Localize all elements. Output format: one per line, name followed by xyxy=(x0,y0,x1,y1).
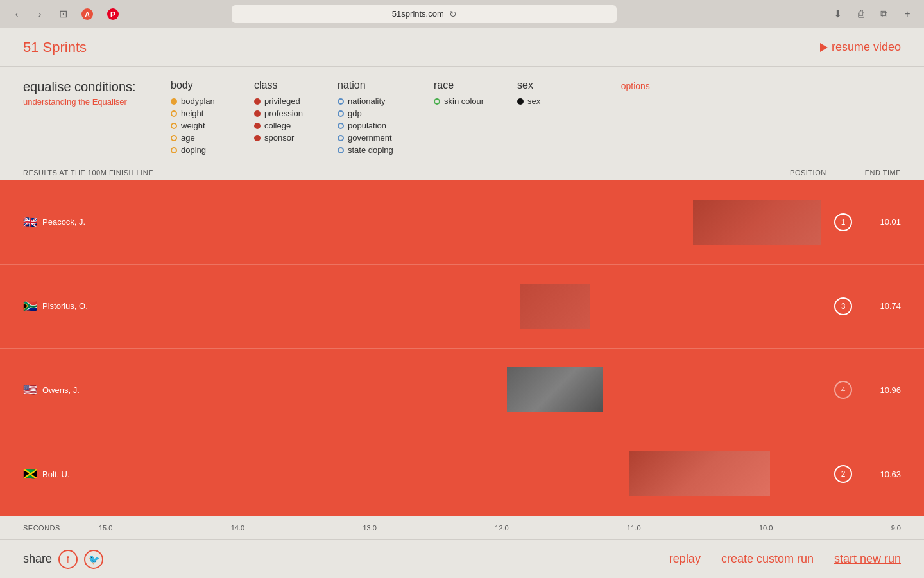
sex-dot xyxy=(517,98,524,105)
college-dot xyxy=(254,123,261,129)
facebook-button[interactable]: f xyxy=(58,550,78,569)
category-body: body bodyplan height weight xyxy=(171,80,254,155)
position-col-label: POSITION xyxy=(790,169,826,177)
replay-button[interactable]: replay xyxy=(669,552,701,566)
item-college[interactable]: college xyxy=(254,121,338,130)
item-profession[interactable]: profession xyxy=(254,109,338,118)
runner-row-peacock: 🇬🇧 Peacock, J. 1 10.01 xyxy=(0,180,924,265)
back-button[interactable]: ‹ xyxy=(8,5,26,23)
share-icon[interactable]: ⎙ xyxy=(852,5,870,23)
category-race-title: race xyxy=(434,80,517,91)
forward-button[interactable]: › xyxy=(31,5,49,23)
weight-label: weight xyxy=(181,121,205,130)
privileged-label: privileged xyxy=(264,96,300,106)
category-race: race skin colour xyxy=(434,80,517,106)
extension-icons: ⬇ ⎙ ⧉ + xyxy=(829,5,916,23)
doping-dot xyxy=(171,147,177,153)
item-population[interactable]: population xyxy=(338,121,434,130)
flag-peacock: 🇬🇧 xyxy=(23,215,37,229)
browser-chrome: ‹ › ⊡ A P 51sprints.com ↻ ⬇ ⎙ ⧉ + xyxy=(0,0,924,28)
tick-13: 13.0 xyxy=(363,524,377,532)
item-weight[interactable]: weight xyxy=(171,121,254,130)
position-bolt: 2 xyxy=(834,465,852,483)
results-right: POSITION END TIME xyxy=(790,169,901,177)
item-bodyplan[interactable]: bodyplan xyxy=(171,96,254,106)
time-peacock: 10.01 xyxy=(862,217,901,227)
logo[interactable]: 51 Sprints xyxy=(23,39,820,56)
position-owens: 4 xyxy=(834,381,852,399)
privileged-dot xyxy=(254,98,261,105)
sex-items: sex xyxy=(517,96,601,106)
college-label: college xyxy=(264,121,291,130)
time-axis: SECONDS 15.0 14.0 13.0 12.0 11.0 10.0 9.… xyxy=(0,516,924,539)
new-run-button[interactable]: start new run xyxy=(834,552,901,566)
item-sponsor[interactable]: sponsor xyxy=(254,133,338,143)
category-sex: sex sex xyxy=(517,80,601,106)
svg-text:P: P xyxy=(110,10,116,19)
bodyplan-dot xyxy=(171,98,177,105)
item-gdp[interactable]: gdp xyxy=(338,109,434,118)
share-section: share f 🐦 xyxy=(23,550,103,569)
runner-row-pistorius: 🇿🇦 Pistorius, O. 3 10.74 xyxy=(0,265,924,349)
image-peacock xyxy=(693,200,821,245)
position-pistorius: 3 xyxy=(834,297,852,315)
item-sex[interactable]: sex xyxy=(517,96,601,106)
equalise-subtitle[interactable]: understanding the Equaliser xyxy=(23,97,171,107)
reload-icon[interactable]: ↻ xyxy=(449,9,457,19)
category-nation-title: nation xyxy=(338,80,434,91)
item-height[interactable]: height xyxy=(171,109,254,118)
height-dot xyxy=(171,110,177,117)
tick-10: 10.0 xyxy=(759,524,773,532)
results-bar: RESULTS AT THE 100M FINISH LINE POSITION… xyxy=(0,165,924,180)
item-privileged[interactable]: privileged xyxy=(254,96,338,106)
position-peacock: 1 xyxy=(834,213,852,231)
flag-owens: 🇺🇸 xyxy=(23,383,37,397)
axis-ticks: 15.0 14.0 13.0 12.0 11.0 10.0 9.0 xyxy=(60,524,901,532)
item-state-doping[interactable]: state doping xyxy=(338,145,434,155)
url-text: 51sprints.com xyxy=(392,9,444,19)
item-doping[interactable]: doping xyxy=(171,145,254,155)
sex-label: sex xyxy=(527,96,540,106)
item-nationality[interactable]: nationality xyxy=(338,96,434,106)
government-dot xyxy=(338,135,344,141)
age-label: age xyxy=(181,133,195,143)
item-skin-colour[interactable]: skin colour xyxy=(434,96,517,106)
name-owens: Owens, J. xyxy=(42,385,107,395)
category-class-title: class xyxy=(254,80,338,91)
category-sex-title: sex xyxy=(517,80,601,91)
categories-row: body bodyplan height weight xyxy=(171,80,650,155)
footer-actions: replay create custom run start new run xyxy=(669,552,901,566)
name-pistorius: Pistorius, O. xyxy=(42,301,107,311)
state-doping-dot xyxy=(338,147,344,153)
time-bolt: 10.63 xyxy=(862,469,901,479)
state-doping-label: state doping xyxy=(348,145,393,155)
bar-bolt xyxy=(107,432,821,516)
item-government[interactable]: government xyxy=(338,133,434,143)
address-bar[interactable]: 51sprints.com ↻ xyxy=(232,5,617,23)
new-tab-icon[interactable]: + xyxy=(898,5,916,23)
results-label: RESULTS AT THE 100M FINISH LINE xyxy=(23,169,153,177)
twitter-button[interactable]: 🐦 xyxy=(84,550,103,569)
item-age[interactable]: age xyxy=(171,133,254,143)
options-button[interactable]: – options xyxy=(613,81,650,91)
nation-items: nationality gdp population governme xyxy=(338,96,434,155)
category-class: class privileged profession college xyxy=(254,80,338,143)
resume-video-button[interactable]: resume video xyxy=(820,40,901,54)
category-body-title: body xyxy=(171,80,254,91)
image-pistorius xyxy=(520,284,590,329)
body-items: bodyplan height weight age xyxy=(171,96,254,155)
custom-run-button[interactable]: create custom run xyxy=(721,552,814,566)
runner-row-owens: 🇺🇸 Owens, J. 4 10.96 xyxy=(0,349,924,433)
image-bolt xyxy=(629,451,770,496)
category-nation: nation nationality gdp population xyxy=(338,80,434,155)
sidebar-button[interactable]: ⊡ xyxy=(54,5,72,23)
image-owens xyxy=(507,367,603,412)
bar-peacock xyxy=(107,180,821,264)
app: 51 Sprints resume video equalise conditi… xyxy=(0,28,924,578)
tick-12: 12.0 xyxy=(495,524,508,532)
bar-pistorius xyxy=(107,265,821,348)
race-rows: 🇬🇧 Peacock, J. 1 10.01 🇿🇦 Pistorius, O. … xyxy=(0,180,924,516)
tick-15: 15.0 xyxy=(99,524,112,532)
download-icon[interactable]: ⬇ xyxy=(829,5,847,23)
window-icon[interactable]: ⧉ xyxy=(875,5,893,23)
